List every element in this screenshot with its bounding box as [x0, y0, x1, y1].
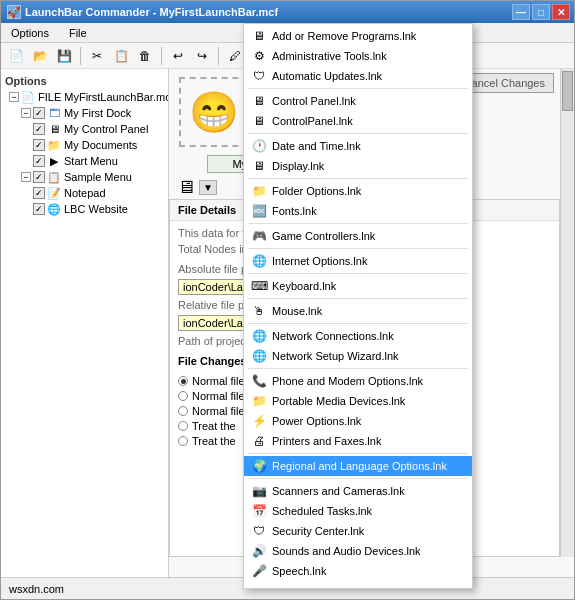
menu-options[interactable]: Options: [5, 25, 55, 41]
dropdown-item-label: Fonts.lnk: [272, 205, 317, 217]
dropdown-item[interactable]: 🎤Speech.lnk: [244, 561, 472, 581]
dropdown-item[interactable]: ⚙Administrative Tools.lnk: [244, 46, 472, 66]
dropdown-item[interactable]: 🖥ControlPanel.lnk: [244, 111, 472, 131]
dropdown-item-label: Internet Options.lnk: [272, 255, 367, 267]
dropdown-trigger[interactable]: ▼: [199, 180, 217, 195]
dropdown-item[interactable]: 🛡Security Center.lnk: [244, 521, 472, 541]
tree-label-my-documents: My Documents: [64, 139, 137, 151]
tree-sample-menu[interactable]: − ✓ 📋 Sample Menu: [1, 169, 168, 185]
checkbox-control-panel[interactable]: ✓: [33, 123, 45, 135]
toolbar-undo[interactable]: ↩: [167, 46, 189, 66]
dropdown-item-icon: 🔊: [250, 543, 268, 559]
tree-notepad[interactable]: ✓ 📝 Notepad: [1, 185, 168, 201]
dropdown-item[interactable]: 🖥Display.lnk: [244, 156, 472, 176]
minimize-button[interactable]: —: [512, 4, 530, 20]
dropdown-item-label: Phone and Modem Options.lnk: [272, 375, 423, 387]
dropdown-separator: [248, 248, 468, 249]
toolbar-copy[interactable]: 📋: [110, 46, 132, 66]
dropdown-separator: [248, 368, 468, 369]
dropdown-item[interactable]: 📷Scanners and Cameras.lnk: [244, 481, 472, 501]
toolbar-delete[interactable]: 🗑: [134, 46, 156, 66]
dropdown-item-label: Portable Media Devices.lnk: [272, 395, 405, 407]
dropdown-item[interactable]: 🌍Regional and Language Options.lnk: [244, 456, 472, 476]
radio-label-1: Normal file: [192, 375, 245, 387]
close-button[interactable]: ✕: [552, 4, 570, 20]
dropdown-separator: [248, 133, 468, 134]
dropdown-item[interactable]: 🖱Mouse.lnk: [244, 301, 472, 321]
radio-4[interactable]: [178, 421, 188, 431]
dropdown-item-label: Date and Time.lnk: [272, 140, 361, 152]
dropdown-item-label: Network Connections.lnk: [272, 330, 394, 342]
dropdown-item[interactable]: 🖥System.lnk: [244, 581, 472, 586]
toolbar-save[interactable]: 💾: [53, 46, 75, 66]
radio-1[interactable]: [178, 376, 188, 386]
right-panel-scrollbar[interactable]: [560, 69, 574, 557]
menu-file[interactable]: File: [63, 25, 93, 41]
dropdown-item-icon: 📁: [250, 183, 268, 199]
main-window: 🚀 LaunchBar Commander - MyFirstLaunchBar…: [0, 0, 575, 600]
dropdown-item[interactable]: 🕐Date and Time.lnk: [244, 136, 472, 156]
toolbar-cut[interactable]: ✂: [86, 46, 108, 66]
dropdown-item-icon: 🖥: [250, 28, 268, 44]
dropdown-item[interactable]: 🌐Network Connections.lnk: [244, 326, 472, 346]
dropdown-item-label: Mouse.lnk: [272, 305, 322, 317]
tree-label-lbc-website: LBC Website: [64, 203, 128, 215]
dropdown-item-label: Administrative Tools.lnk: [272, 50, 387, 62]
dropdown-item[interactable]: 🔊Sounds and Audio Devices.lnk: [244, 541, 472, 561]
dropdown-item[interactable]: 📞Phone and Modem Options.lnk: [244, 371, 472, 391]
toolbar-open[interactable]: 📂: [29, 46, 51, 66]
radio-label-3: Normal file: [192, 405, 245, 417]
checkbox-my-first-dock[interactable]: ✓: [33, 107, 45, 119]
expand-sample-menu[interactable]: −: [21, 172, 31, 182]
dropdown-item[interactable]: 🛡Automatic Updates.lnk: [244, 66, 472, 86]
dropdown-item[interactable]: 🖥Add or Remove Programs.lnk: [244, 26, 472, 46]
expand-icon-file[interactable]: −: [9, 92, 19, 102]
maximize-button[interactable]: □: [532, 4, 550, 20]
status-text: wsxdn.com: [9, 583, 64, 595]
checkbox-sample-menu[interactable]: ✓: [33, 171, 45, 183]
dropdown-separator: [248, 298, 468, 299]
dropdown-item[interactable]: 🎮Game Controllers.lnk: [244, 226, 472, 246]
toolbar-separator-3: [218, 47, 219, 65]
checkbox-notepad[interactable]: ✓: [33, 187, 45, 199]
dropdown-item-label: Add or Remove Programs.lnk: [272, 30, 416, 42]
tree-my-control-panel[interactable]: ✓ 🖥 My Control Panel: [1, 121, 168, 137]
radio-3[interactable]: [178, 406, 188, 416]
dropdown-item-icon: 🖥: [250, 93, 268, 109]
dropdown-item-icon: 🖥: [250, 583, 268, 586]
tree-options-header: Options: [1, 73, 168, 89]
dropdown-item-icon: 📞: [250, 373, 268, 389]
dropdown-item[interactable]: ⚡Power Options.lnk: [244, 411, 472, 431]
checkbox-start-menu[interactable]: ✓: [33, 155, 45, 167]
dropdown-separator: [248, 453, 468, 454]
dropdown-item[interactable]: ⌨Keyboard.lnk: [244, 276, 472, 296]
radio-5[interactable]: [178, 436, 188, 446]
dropdown-item[interactable]: 🖥Control Panel.lnk: [244, 91, 472, 111]
radio-2[interactable]: [178, 391, 188, 401]
title-bar-buttons: — □ ✕: [512, 4, 570, 20]
scrollbar-thumb[interactable]: [562, 71, 573, 111]
dropdown-item[interactable]: 🌐Network Setup Wizard.lnk: [244, 346, 472, 366]
dropdown-item-label: Power Options.lnk: [272, 415, 361, 427]
toolbar-separator-2: [161, 47, 162, 65]
tree-lbc-website[interactable]: ✓ 🌐 LBC Website: [1, 201, 168, 217]
checkbox-lbc-website[interactable]: ✓: [33, 203, 45, 215]
dropdown-item[interactable]: 🌐Internet Options.lnk: [244, 251, 472, 271]
checkbox-my-documents[interactable]: ✓: [33, 139, 45, 151]
tree-file-item[interactable]: − 📄 FILE MyFirstLaunchBar.mcf: [1, 89, 168, 105]
radio-label-5: Treat the: [192, 435, 236, 447]
tree-label-notepad: Notepad: [64, 187, 106, 199]
toolbar-redo[interactable]: ↪: [191, 46, 213, 66]
tree-my-documents[interactable]: ✓ 📁 My Documents: [1, 137, 168, 153]
tree-my-first-dock[interactable]: − ✓ 🗔 My First Dock: [1, 105, 168, 121]
expand-my-first-dock[interactable]: −: [21, 108, 31, 118]
tree-label-control-panel: My Control Panel: [64, 123, 148, 135]
dropdown-item[interactable]: 📁Folder Options.lnk: [244, 181, 472, 201]
dropdown-separator: [248, 88, 468, 89]
dropdown-item[interactable]: 🖨Printers and Faxes.lnk: [244, 431, 472, 451]
dropdown-item[interactable]: 🔤Fonts.lnk: [244, 201, 472, 221]
tree-start-menu[interactable]: ✓ ▶ Start Menu: [1, 153, 168, 169]
toolbar-new[interactable]: 📄: [5, 46, 27, 66]
dropdown-item[interactable]: 📁Portable Media Devices.lnk: [244, 391, 472, 411]
dropdown-item[interactable]: 📅Scheduled Tasks.lnk: [244, 501, 472, 521]
